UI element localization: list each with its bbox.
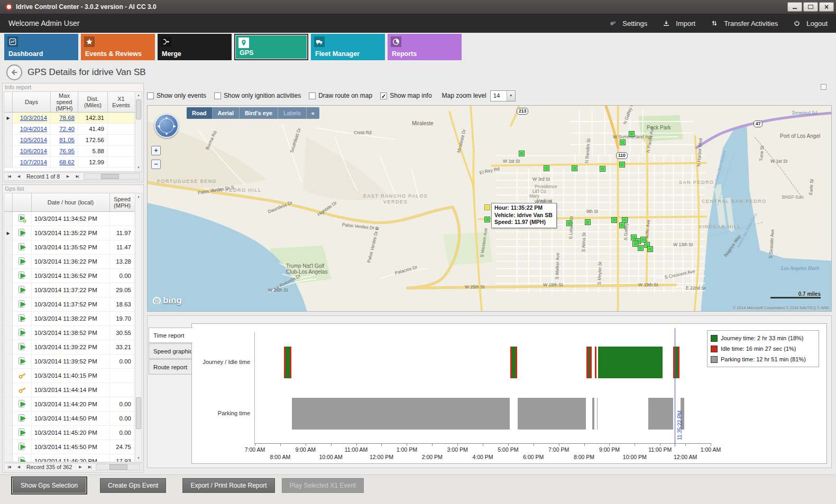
gps-table-row[interactable]: 10/3/2014 11:46:20 PM17.93 — [4, 454, 135, 462]
info-table-row[interactable]: 10/4/201472.4041.49 — [4, 124, 142, 135]
gps-table-row[interactable]: 10/3/2014 11:38:52 PM30.55 — [4, 326, 135, 340]
tab-time-report[interactable]: Time report — [149, 328, 193, 343]
info-table-row[interactable]: 10/7/201468.6212.99 — [4, 157, 142, 168]
gps-marker[interactable] — [484, 217, 490, 222]
checkbox-show-only-ignition-activities[interactable]: Show only ignition activities — [214, 92, 301, 99]
module-tile-events-reviews[interactable]: Events & Reviews — [81, 34, 155, 60]
checkbox-show-only-events[interactable]: Show only events — [147, 92, 206, 99]
gps-marker[interactable] — [600, 166, 605, 172]
module-tile-gps[interactable]: GPS — [234, 34, 308, 60]
map-zoom-select[interactable]: 14 ▼ — [490, 90, 516, 101]
gps-marker[interactable] — [638, 245, 644, 251]
gps-marker[interactable] — [632, 241, 638, 247]
days-link[interactable]: 10/4/2014 — [13, 124, 51, 134]
gps-table-row[interactable]: 10/3/2014 11:34:52 PM — [4, 212, 135, 226]
info-table-row[interactable]: ▶10/3/201478.68142.31 — [4, 113, 142, 124]
gps-marker[interactable] — [566, 220, 572, 226]
gps-marker[interactable] — [544, 165, 549, 171]
max-speed-link[interactable]: 72.40 — [51, 124, 78, 134]
gps-table-row[interactable]: 10/3/2014 11:39:52 PM0.00 — [4, 354, 135, 369]
import-action[interactable]: Import — [663, 18, 695, 28]
chevron-down-icon[interactable]: ▼ — [507, 91, 515, 101]
map-panel[interactable]: RoadAerialBird's eyeLabels« ▲ ▼ ◀ ▶ + − … — [147, 105, 832, 312]
pan-north-icon[interactable]: ▲ — [165, 116, 169, 119]
pan-south-icon[interactable]: ▼ — [165, 132, 169, 136]
back-button[interactable] — [6, 64, 22, 80]
gps-marker[interactable] — [611, 217, 617, 223]
gps-table-row[interactable]: 10/3/2014 11:40:15 PM — [4, 369, 135, 383]
nav-next-button[interactable] — [63, 174, 72, 179]
export-print-route-report-button[interactable]: Export / Print Route Report — [182, 478, 274, 493]
nav-next-button[interactable] — [75, 465, 85, 469]
tab-route-report[interactable]: Route report — [149, 359, 192, 375]
module-tile-fleet-manager[interactable]: Fleet Manager — [311, 34, 385, 60]
gps-table-row[interactable]: 10/3/2014 11:37:52 PM18.63 — [4, 297, 135, 312]
pan-west-icon[interactable]: ◀ — [157, 124, 160, 128]
map-style-tab-bird-s-eye[interactable]: Bird's eye — [240, 107, 278, 119]
pan-east-icon[interactable]: ▶ — [173, 124, 176, 128]
zoom-out-button[interactable]: − — [151, 160, 161, 169]
nav-first-button[interactable] — [4, 465, 14, 469]
transfer-activities-action[interactable]: Transfer Activities — [711, 18, 778, 28]
col-datetime[interactable]: Date / hour (local) — [32, 193, 110, 211]
max-speed-link[interactable]: 68.62 — [51, 157, 78, 167]
gps-table-row[interactable]: 10/3/2014 11:36:22 PM13.28 — [4, 255, 135, 269]
scroll-down-icon[interactable]: ▼ — [135, 455, 142, 462]
gps-table-row[interactable]: 10/3/2014 11:44:50 PM0.00 — [4, 412, 135, 426]
gps-marker[interactable] — [585, 219, 591, 225]
gps-table-row[interactable]: 10/3/2014 11:45:50 PM24.75 — [4, 440, 135, 454]
logout-action[interactable]: Logout — [794, 18, 828, 28]
show-gps-selection-button[interactable]: Show Gps Selection — [13, 478, 86, 493]
max-speed-link[interactable]: 78.68 — [51, 113, 78, 123]
scroll-up-icon[interactable]: ▲ — [135, 92, 142, 99]
gps-table-row[interactable]: 10/3/2014 11:37:22 PM29.05 — [4, 283, 135, 297]
gps-table-row[interactable]: 10/3/2014 11:44:14 PM — [4, 383, 135, 397]
map-style-tab-aerial[interactable]: Aerial — [213, 107, 240, 119]
days-link[interactable]: 10/6/2014 — [13, 146, 51, 156]
map-style-tab-road[interactable]: Road — [187, 107, 213, 119]
close-button[interactable] — [819, 2, 834, 12]
gps-vertical-scrollbar[interactable]: ▲ ▼ — [135, 193, 142, 462]
gps-table-row[interactable]: 10/3/2014 11:39:22 PM33.21 — [4, 340, 135, 354]
gps-table-row[interactable]: 10/3/2014 11:45:20 PM0.00 — [4, 426, 135, 440]
minimize-button[interactable] — [787, 2, 802, 12]
gps-table-row[interactable]: 10/3/2014 11:44:20 PM0.00 — [4, 397, 135, 412]
gps-marker-selected[interactable] — [484, 204, 490, 210]
gps-marker[interactable] — [619, 222, 625, 228]
create-gps-event-button[interactable]: Create Gps Event — [100, 478, 166, 493]
gps-marker[interactable] — [619, 162, 625, 167]
nav-last-button[interactable] — [72, 174, 82, 179]
gps-marker[interactable] — [620, 139, 626, 145]
scrollbar-thumb[interactable] — [109, 464, 127, 470]
info-table-row[interactable]: 10/5/201481.05172.56 — [4, 135, 142, 146]
scrollbar-thumb[interactable] — [136, 99, 141, 119]
scroll-up-icon[interactable]: ▲ — [135, 193, 142, 200]
col-x1-events[interactable]: X1 Events — [108, 92, 134, 112]
col-days[interactable]: Days — [13, 92, 51, 112]
scrollbar-thumb[interactable] — [101, 174, 119, 179]
gps-marker[interactable] — [629, 131, 635, 137]
zoom-in-button[interactable]: + — [151, 146, 161, 155]
compass-control[interactable]: ▲ ▼ ◀ ▶ — [154, 114, 179, 138]
module-tile-merge[interactable]: Merge — [158, 34, 232, 60]
gps-table-row[interactable]: ▶10/3/2014 11:35:22 PM11.97 — [4, 226, 135, 240]
gps-marker[interactable] — [572, 165, 577, 171]
info-table-row[interactable]: 10/6/201476.955.88 — [4, 146, 142, 157]
checkbox-show-map-info[interactable]: ✓Show map info — [380, 92, 431, 99]
scrollbar-thumb[interactable] — [136, 397, 141, 429]
col-dist[interactable]: Dist. (Miles) — [78, 92, 108, 112]
gps-table-row[interactable]: 10/3/2014 11:35:52 PM11.47 — [4, 240, 135, 255]
max-speed-link[interactable]: 76.95 — [51, 146, 78, 156]
gps-horizontal-scrollbar[interactable] — [96, 464, 140, 470]
module-tile-reports[interactable]: Reports — [388, 34, 462, 60]
days-link[interactable]: 10/3/2014 — [13, 113, 51, 123]
col-max-speed[interactable]: Max speed (MPH) — [51, 92, 78, 112]
tab-speed-graphic[interactable]: Speed graphic — [149, 343, 192, 359]
checkbox-draw-route-on-map[interactable]: Draw route on map — [309, 92, 372, 99]
module-tile-dashboard[interactable]: Dashboard — [4, 34, 78, 60]
days-link[interactable]: 10/5/2014 — [13, 135, 51, 145]
nav-last-button[interactable] — [85, 465, 94, 469]
days-link[interactable]: 10/7/2014 — [13, 157, 51, 167]
nav-prev-button[interactable] — [14, 465, 23, 469]
maximize-button[interactable] — [803, 2, 818, 12]
